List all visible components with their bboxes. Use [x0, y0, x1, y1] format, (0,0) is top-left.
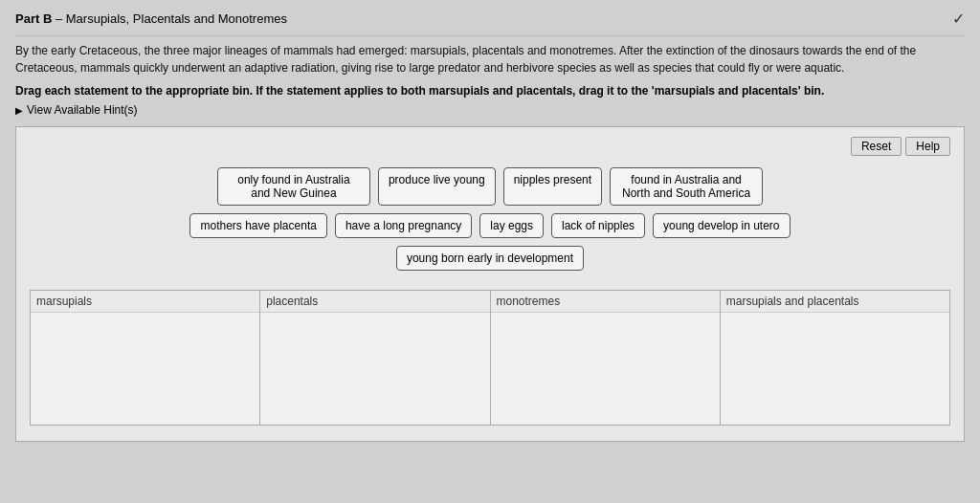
part-title: Part B – Marsupials, Placentals and Mono… — [15, 11, 287, 26]
drag-item-6[interactable]: have a long pregnancy — [335, 213, 472, 238]
divider — [15, 35, 965, 36]
hint-label: View Available Hint(s) — [27, 103, 138, 117]
drag-row-3: young born early in development — [396, 246, 584, 271]
checkmark-icon: ✓ — [952, 10, 965, 28]
drag-item-3[interactable]: nipples present — [503, 167, 602, 206]
bin-marsupials-and-placentals-content — [721, 313, 949, 418]
bin-placentals-content — [260, 313, 489, 418]
bin-placentals-label: placentals — [260, 291, 489, 313]
part-title-text: – Marsupials, Placentals and Monotremes — [56, 11, 287, 26]
drag-item-1[interactable]: only found in Australia and New Guinea — [217, 167, 370, 206]
bin-marsupials-label: marsupials — [31, 291, 259, 313]
drag-row-2: mothers have placenta have a long pregna… — [189, 213, 790, 238]
drag-item-10[interactable]: young born early in development — [396, 246, 584, 271]
drag-item-7[interactable]: lay eggs — [479, 213, 544, 238]
part-label: Part B — [15, 11, 52, 26]
drag-item-5[interactable]: mothers have placenta — [189, 213, 326, 238]
instruction-text: Drag each statement to the appropriate b… — [15, 84, 965, 98]
drag-row-1: only found in Australia and New Guinea p… — [217, 167, 763, 206]
bin-monotremes-content — [491, 313, 720, 418]
bin-marsupials-content — [31, 313, 259, 418]
bin-marsupials-and-placentals-label: marsupials and placentals — [721, 291, 949, 313]
top-bar: Reset Help — [30, 137, 950, 156]
bin-marsupials[interactable]: marsupials — [31, 291, 260, 425]
drag-item-9[interactable]: young develop in utero — [653, 213, 790, 238]
main-box: Reset Help only found in Australia and N… — [15, 126, 965, 442]
bin-marsupials-and-placentals[interactable]: marsupials and placentals — [721, 291, 949, 425]
drag-item-4[interactable]: found in Australia and North and South A… — [610, 167, 763, 206]
bin-monotremes[interactable]: monotremes — [491, 291, 721, 425]
bins-row: marsupials placentals monotremes marsupi… — [30, 290, 950, 426]
part-header: Part B – Marsupials, Placentals and Mono… — [15, 10, 965, 28]
description-text: By the early Cretaceous, the three major… — [15, 42, 965, 77]
drag-area: only found in Australia and New Guinea p… — [30, 167, 950, 271]
reset-button[interactable]: Reset — [851, 137, 902, 156]
bin-monotremes-label: monotremes — [491, 291, 720, 313]
drag-item-2[interactable]: produce live young — [378, 167, 496, 206]
bin-placentals[interactable]: placentals — [260, 291, 490, 425]
drag-item-8[interactable]: lack of nipples — [551, 213, 645, 238]
hint-link[interactable]: View Available Hint(s) — [15, 103, 965, 117]
help-button[interactable]: Help — [905, 137, 950, 156]
